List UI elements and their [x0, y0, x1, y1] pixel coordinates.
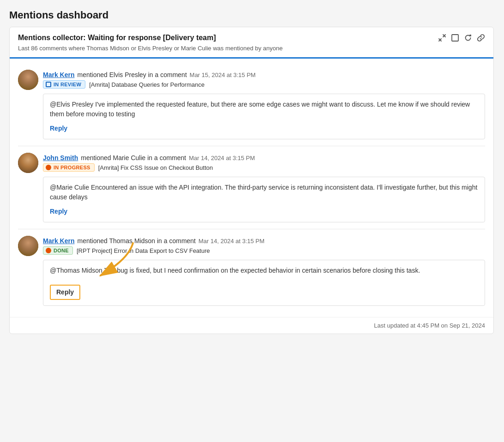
svg-point-3: [22, 83, 35, 90]
mention-item: Mark Kern mentioned Thomas Midson in a c…: [18, 229, 485, 312]
reply-button-highlighted[interactable]: Reply: [50, 285, 80, 300]
mention-line1: Mark Kern mentioned Elvis Presley in a c…: [43, 71, 256, 78]
status-badge: IN REVIEW: [43, 80, 85, 89]
mentions-card: Mentions collector: Waiting for response…: [9, 27, 494, 334]
link-icon[interactable]: [477, 34, 485, 42]
comment-text: @Elvis Presley I've implemented the requ…: [50, 100, 478, 119]
badge-label: IN REVIEW: [54, 82, 81, 87]
mention-date: Mar 14, 2024 at 3:15 PM: [189, 155, 255, 161]
refresh-icon[interactable]: [464, 34, 472, 42]
task-link[interactable]: [RPT Project] Error in Data Export to CS…: [77, 247, 210, 254]
avatar: [18, 70, 38, 90]
task-link[interactable]: [Amrita] Database Queries for Performanc…: [89, 81, 204, 88]
svg-point-12: [18, 236, 38, 256]
mention-item: John Smith mentioned Marie Culie in a co…: [18, 146, 485, 229]
card-title: Mentions collector: Waiting for response…: [18, 34, 216, 42]
shrink-icon[interactable]: [438, 34, 446, 42]
mention-action: mentioned Thomas Midson in a comment: [77, 237, 196, 245]
expand-icon[interactable]: [451, 34, 459, 42]
svg-point-1: [18, 70, 38, 90]
mention-meta: Mark Kern mentioned Elvis Presley in a c…: [43, 71, 256, 89]
author-name[interactable]: Mark Kern: [43, 71, 74, 78]
reply-button[interactable]: Reply: [50, 124, 67, 133]
mention-date: Mar 15, 2024 at 3:15 PM: [190, 72, 256, 78]
author-name[interactable]: John Smith: [43, 154, 78, 161]
mention-line2: IN PROGRESS [Amrita] Fix CSS Issue on Ch…: [43, 163, 255, 172]
comment-text: @Marie Culie Encountered an issue with t…: [50, 183, 478, 202]
svg-rect-0: [452, 35, 458, 41]
badge-dot: [46, 82, 51, 87]
status-badge: IN PROGRESS: [43, 163, 95, 172]
svg-rect-15: [25, 242, 31, 243]
avatar: [18, 236, 38, 256]
mention-meta: Mark Kern mentioned Thomas Midson in a c…: [43, 237, 264, 255]
badge-label: IN PROGRESS: [54, 165, 90, 170]
comment-box: @Marie Culie Encountered an issue with t…: [43, 177, 485, 222]
svg-point-11: [29, 160, 30, 161]
card-footer: Last updated at 4:45 PM on Sep 21, 2024: [10, 317, 493, 334]
avatar: [18, 153, 38, 173]
reply-button[interactable]: Reply: [50, 207, 67, 216]
mention-line2: IN REVIEW [Amrita] Database Queries for …: [43, 80, 256, 89]
mention-item: Mark Kern mentioned Elvis Presley in a c…: [18, 63, 485, 146]
mention-header: John Smith mentioned Marie Culie in a co…: [18, 153, 485, 173]
mention-line1: Mark Kern mentioned Thomas Midson in a c…: [43, 237, 264, 245]
svg-point-8: [24, 156, 32, 165]
comment-box: @Elvis Presley I've implemented the requ…: [43, 94, 485, 139]
badge-label: DONE: [54, 248, 69, 253]
task-link[interactable]: [Amrita] Fix CSS Issue on Checkout Butto…: [98, 164, 213, 171]
svg-point-7: [18, 153, 38, 173]
status-badge: DONE: [43, 246, 73, 255]
card-header-actions: [438, 34, 485, 42]
last-updated: Last updated at 4:45 PM on Sep 21, 2024: [374, 322, 485, 329]
svg-point-10: [26, 160, 28, 161]
svg-point-16: [26, 243, 28, 245]
author-name[interactable]: Mark Kern: [43, 237, 74, 245]
card-subtitle: Last 86 comments where Thomas Midson or …: [18, 45, 485, 52]
svg-point-9: [22, 166, 35, 173]
mention-line2: DONE [RPT Project] Error in Data Export …: [43, 246, 264, 255]
reply-container: Reply: [50, 280, 80, 300]
badge-dot: [46, 165, 51, 170]
svg-point-13: [24, 239, 32, 248]
svg-point-6: [29, 77, 30, 78]
mention-action: mentioned Marie Culie in a comment: [81, 154, 186, 161]
svg-point-5: [26, 77, 28, 78]
mention-header: Mark Kern mentioned Elvis Presley in a c…: [18, 70, 485, 90]
badge-dot: [46, 248, 51, 253]
comment-box: @Thomas Midson The bug is fixed, but I n…: [43, 260, 485, 306]
svg-rect-4: [25, 76, 31, 77]
page-title: Mentions dashboard: [9, 9, 495, 21]
svg-point-2: [24, 73, 32, 82]
mention-line1: John Smith mentioned Marie Culie in a co…: [43, 154, 255, 161]
comment-text: @Thomas Midson The bug is fixed, but I n…: [50, 266, 478, 275]
card-header: Mentions collector: Waiting for response…: [10, 27, 493, 59]
mention-header: Mark Kern mentioned Thomas Midson in a c…: [18, 236, 485, 256]
mention-date: Mar 14, 2024 at 3:15 PM: [198, 238, 264, 245]
svg-point-14: [22, 249, 35, 256]
mention-meta: John Smith mentioned Marie Culie in a co…: [43, 154, 255, 172]
mention-action: mentioned Elvis Presley in a comment: [77, 71, 186, 78]
card-body: Mark Kern mentioned Elvis Presley in a c…: [10, 59, 493, 317]
svg-point-17: [29, 243, 30, 245]
